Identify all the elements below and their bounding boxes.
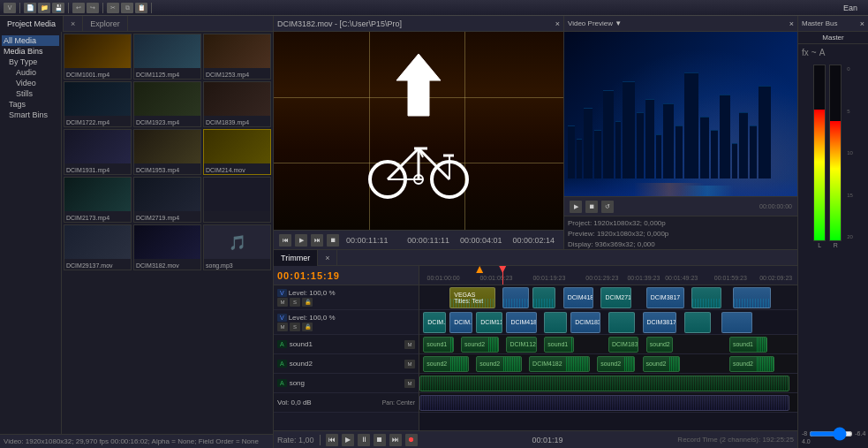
media-item-12[interactable]: DCIM29137.mov <box>64 224 132 270</box>
new-icon[interactable]: 📄 <box>24 3 36 13</box>
audio1-mute[interactable]: M <box>404 340 415 349</box>
v2-clip-dcim1839[interactable]: DCIM1839 <box>570 312 600 333</box>
tree-item-smart-bins[interactable]: Smart Bins <box>2 110 59 120</box>
audio1-wave-4[interactable]: sound2 <box>646 337 673 353</box>
tab-explorer[interactable]: Explorer <box>83 16 128 32</box>
song-mute[interactable]: M <box>404 379 415 388</box>
tl-record-btn[interactable]: ⏺ <box>405 434 418 446</box>
fx-icon[interactable]: fx <box>802 48 809 57</box>
tl-pause-btn[interactable]: ⏸ <box>358 434 370 446</box>
tl-next-btn[interactable]: ⏭ <box>389 434 402 446</box>
tl-stop-btn[interactable]: ⏹ <box>374 434 386 446</box>
media-item-7[interactable]: DCIM1953.mp4 <box>133 129 201 175</box>
v2-clip-3[interactable] <box>544 312 567 333</box>
copy-icon[interactable]: ⧉ <box>121 3 133 13</box>
audio2-wave-4[interactable]: sound2 <box>597 356 635 372</box>
audio2-wave-3[interactable]: DCIM4182 <box>529 356 589 372</box>
tree-item-all-media[interactable]: All Media <box>2 35 59 46</box>
tree-item-video[interactable]: Video <box>2 78 59 88</box>
tab-close[interactable]: × <box>64 16 83 32</box>
v2-clip-dcim1125[interactable]: DCIM1125 <box>476 312 502 333</box>
tl-play-btn[interactable]: ▶ <box>342 434 354 446</box>
track2-mute[interactable]: M <box>277 323 288 331</box>
tab-trimmer-close[interactable]: × <box>318 250 337 266</box>
v2-clip-dcim4182[interactable]: DCIM4182 <box>506 312 536 333</box>
audio1-wave-dcim1125[interactable]: DCIM1125 <box>506 337 536 353</box>
env-icon[interactable]: ~ <box>811 48 817 57</box>
clip-dcim4182[interactable]: DCIM4182 <box>563 287 593 308</box>
preview2-loop-btn[interactable]: ↺ <box>601 201 614 213</box>
clip-end1[interactable] <box>691 287 721 308</box>
preview2-stop-btn[interactable]: ⏹ <box>585 201 598 213</box>
next-frame-btn[interactable]: ⏭ <box>311 234 323 247</box>
media-item-3[interactable]: DCIM1722.mp4 <box>64 81 132 127</box>
vu-scale-20: 20 <box>847 234 853 239</box>
media-item-14[interactable]: 🎵 song.mp3 <box>203 224 271 270</box>
tab-trimmer[interactable]: Trimmer <box>274 250 318 266</box>
media-item-8[interactable]: DCIM214.mov <box>203 129 271 175</box>
preview-close-icon[interactable]: × <box>555 19 560 28</box>
song-wave[interactable] <box>419 376 789 391</box>
open-icon[interactable]: 📁 <box>38 3 50 13</box>
tree-item-stills[interactable]: Stills <box>2 88 59 99</box>
audio1-wave-2[interactable]: sound2 <box>461 337 499 353</box>
audio2-wave-2[interactable]: sound2 <box>476 356 521 372</box>
media-item-0[interactable]: DCIM1001.mp4 <box>64 34 132 80</box>
stop-btn-main[interactable]: ⏹ <box>327 234 339 247</box>
v2-clip-2[interactable]: DCIM... <box>449 312 472 333</box>
v2-clip-1[interactable]: DCIM... <box>423 312 446 333</box>
media-item-9[interactable]: DCIM2173.mp4 <box>64 177 132 223</box>
clip-dcim2712[interactable]: DCIM2712 <box>600 287 630 308</box>
save-icon[interactable]: 💾 <box>52 3 64 13</box>
tree-item-by-type[interactable]: By Type <box>2 57 59 67</box>
redo-icon[interactable]: ↪ <box>87 3 99 13</box>
master-wave[interactable] <box>419 395 789 411</box>
tl-prev-btn[interactable]: ⏮ <box>326 434 338 446</box>
clip-blue-1[interactable] <box>502 287 529 308</box>
media-item-1[interactable]: DCIM1125.mp4 <box>133 34 201 80</box>
tree-item-audio[interactable]: Audio <box>2 67 59 78</box>
audio2-mute[interactable]: M <box>404 360 415 368</box>
tree-item-media-bins[interactable]: Media Bins <box>2 46 59 57</box>
track1-solo[interactable]: S <box>290 298 300 307</box>
track2-lock[interactable]: 🔒 <box>302 323 313 331</box>
clip-text-vegas[interactable]: VEGAS Titles: Text <box>449 287 494 308</box>
tab-project-media[interactable]: Project Media <box>0 16 64 32</box>
track1-mute[interactable]: M <box>277 298 288 307</box>
clip-end2[interactable] <box>733 287 771 308</box>
audio2-wave-5[interactable]: sound2 <box>643 356 681 372</box>
audio2-wave-6[interactable]: sound2 <box>729 356 774 372</box>
media-item-4[interactable]: DCIM1923.mp4 <box>133 81 201 127</box>
media-item-10[interactable]: DCIM2719.mp4 <box>133 177 201 223</box>
volume-fader[interactable] <box>809 431 853 437</box>
paste-icon[interactable]: 📋 <box>135 3 147 13</box>
play-btn-main[interactable]: ▶ <box>295 234 307 247</box>
clip-teal-1[interactable] <box>532 287 555 308</box>
media-item-5[interactable]: DCIM1839.mp4 <box>203 81 271 127</box>
media-item-6[interactable]: DCIM1931.mp4 <box>64 129 132 175</box>
cut-icon[interactable]: ✂ <box>107 3 119 13</box>
undo-icon[interactable]: ↩ <box>72 3 85 13</box>
v2-clip-5[interactable] <box>684 312 711 333</box>
right-panel-close[interactable]: × <box>860 19 864 28</box>
tl-track-song: A song M <box>274 374 419 393</box>
v2-clip-dcim3817[interactable]: DCIM3817 <box>643 312 677 333</box>
media-item-2[interactable]: DCIM1253.mp4 <box>203 34 271 80</box>
audio1-wave-5[interactable]: sound1 <box>729 337 767 353</box>
audio2-wave-1[interactable]: sound2 <box>423 356 468 372</box>
tree-item-tags[interactable]: Tags <box>2 99 59 110</box>
media-item-13[interactable]: DCIM3182.mov <box>133 224 201 270</box>
tl-row-audio1: sound1 sound2 DCIM1125 sound1 <box>419 335 797 354</box>
v2-clip-4[interactable] <box>608 312 635 333</box>
auto-icon[interactable]: A <box>819 48 826 57</box>
track1-lock[interactable]: 🔒 <box>302 298 313 307</box>
track2-solo[interactable]: S <box>290 323 300 331</box>
audio1-wave-dcim1839[interactable]: DCIM1839 <box>608 337 638 353</box>
preview2-close[interactable]: × <box>789 19 794 28</box>
preview2-play-btn[interactable]: ▶ <box>570 201 582 213</box>
v2-clip-6[interactable] <box>721 312 751 333</box>
clip-dcim3817[interactable]: DCIM3817 <box>646 287 684 308</box>
prev-frame-btn[interactable]: ⏮ <box>279 234 291 247</box>
audio1-wave-1[interactable]: sound1 <box>423 337 453 353</box>
audio1-wave-3[interactable]: sound1 <box>544 337 574 353</box>
